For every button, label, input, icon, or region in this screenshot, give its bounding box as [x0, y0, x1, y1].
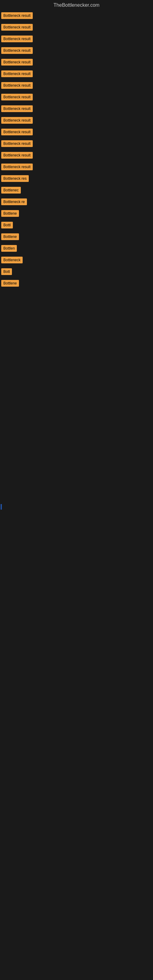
bottleneck-row-18: Bottlene — [0, 208, 153, 220]
bottleneck-row-21: Bottlen — [0, 243, 153, 255]
bottleneck-row-15: Bottleneck res — [0, 173, 153, 185]
bottleneck-row-2: Bottleneck result — [0, 22, 153, 34]
bottleneck-row-13: Bottleneck result — [0, 150, 153, 162]
bottleneck-row-17: Bottleneck re — [0, 197, 153, 208]
bottleneck-badge-1[interactable]: Bottleneck result — [1, 12, 33, 19]
bottleneck-row-23: Bott — [0, 266, 153, 278]
bottleneck-badge-16[interactable]: Bottlenec — [1, 187, 21, 194]
footer-space — [0, 514, 153, 636]
bottleneck-row-1: Bottleneck result — [0, 10, 153, 22]
bottleneck-badge-19[interactable]: Bottl — [1, 222, 13, 229]
bottleneck-badge-23[interactable]: Bott — [1, 268, 12, 275]
site-title: TheBottlenecker.com — [0, 0, 153, 10]
bottleneck-row-24: Bottlene — [0, 278, 153, 290]
bottleneck-badge-9[interactable]: Bottleneck result — [1, 105, 33, 112]
bottleneck-badge-13[interactable]: Bottleneck result — [1, 152, 33, 159]
bottleneck-row-22: Bottleneck — [0, 255, 153, 266]
empty-lower-section — [0, 290, 153, 504]
bottleneck-badge-21[interactable]: Bottlen — [1, 245, 17, 252]
bottleneck-badge-24[interactable]: Bottlene — [1, 280, 19, 286]
bottleneck-badge-5[interactable]: Bottleneck result — [1, 59, 33, 65]
bottom-bar — [1, 504, 2, 510]
bottleneck-row-4: Bottleneck result — [0, 45, 153, 57]
bottleneck-badge-6[interactable]: Bottleneck result — [1, 70, 33, 77]
bottleneck-badge-20[interactable]: Bottlene — [1, 233, 19, 240]
bottleneck-badge-11[interactable]: Bottleneck result — [1, 129, 33, 135]
bottleneck-badge-15[interactable]: Bottleneck res — [1, 175, 29, 182]
bottleneck-badge-10[interactable]: Bottleneck result — [1, 117, 33, 124]
bottom-indicator-section — [0, 504, 153, 514]
bottleneck-badge-2[interactable]: Bottleneck result — [1, 24, 33, 30]
bottleneck-badge-12[interactable]: Bottleneck result — [1, 140, 33, 147]
bottleneck-row-5: Bottleneck result — [0, 57, 153, 68]
rows-container: Bottleneck resultBottleneck resultBottle… — [0, 10, 153, 290]
bottleneck-badge-22[interactable]: Bottleneck — [1, 257, 22, 263]
bottleneck-row-3: Bottleneck result — [0, 34, 153, 45]
bottleneck-row-7: Bottleneck result — [0, 80, 153, 92]
bottleneck-badge-3[interactable]: Bottleneck result — [1, 35, 33, 42]
bottleneck-row-14: Bottleneck result — [0, 162, 153, 173]
bottleneck-row-11: Bottleneck result — [0, 127, 153, 138]
bottleneck-row-10: Bottleneck result — [0, 115, 153, 127]
bottleneck-badge-18[interactable]: Bottlene — [1, 210, 19, 217]
bottleneck-badge-17[interactable]: Bottleneck re — [1, 199, 27, 205]
bottleneck-row-16: Bottlenec — [0, 185, 153, 197]
bottleneck-row-9: Bottleneck result — [0, 103, 153, 115]
bottleneck-row-20: Bottlene — [0, 232, 153, 243]
bottleneck-row-12: Bottleneck result — [0, 138, 153, 150]
bottleneck-badge-8[interactable]: Bottleneck result — [1, 94, 33, 100]
bottleneck-row-8: Bottleneck result — [0, 92, 153, 103]
bottleneck-row-6: Bottleneck result — [0, 68, 153, 80]
page-wrapper: TheBottlenecker.com Bottleneck resultBot… — [0, 0, 153, 980]
bottleneck-row-19: Bottl — [0, 220, 153, 232]
bottleneck-badge-7[interactable]: Bottleneck result — [1, 82, 33, 89]
bottleneck-badge-14[interactable]: Bottleneck result — [1, 164, 33, 170]
bottleneck-badge-4[interactable]: Bottleneck result — [1, 47, 33, 54]
